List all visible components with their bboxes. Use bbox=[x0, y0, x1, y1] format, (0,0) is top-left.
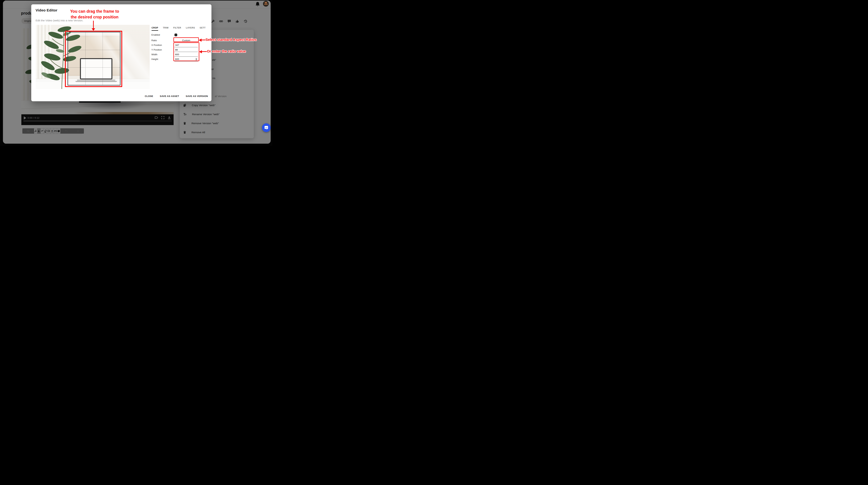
chat-launcher-button[interactable] bbox=[262, 123, 271, 132]
tab-filter[interactable]: FILTER bbox=[173, 27, 181, 31]
annotation-enter-ratio-note: Or enter the ratio value bbox=[207, 49, 246, 53]
save-as-version-button[interactable]: SAVE AS VERSION bbox=[185, 94, 208, 98]
chat-bubble-icon bbox=[264, 125, 269, 130]
annotation-crop-highlight bbox=[65, 31, 122, 87]
modal-actions: CLOSE SAVE AS ASSET SAVE AS VERSION bbox=[145, 94, 208, 98]
editor-tabs: CROP TRIM FILTER LAYERS SETT bbox=[152, 27, 206, 31]
notifications-bell-icon[interactable] bbox=[255, 2, 260, 7]
x-position-input[interactable] bbox=[175, 43, 198, 47]
modal-title: Video Editor bbox=[36, 8, 58, 12]
enabled-label: Enabled bbox=[151, 33, 175, 36]
width-label: Width bbox=[151, 53, 175, 56]
y-position-label: Y Position bbox=[151, 49, 175, 51]
ratio-label: Ratio bbox=[151, 39, 175, 42]
height-label: Height bbox=[151, 58, 175, 60]
tab-trim[interactable]: TRIM bbox=[163, 27, 168, 31]
screen: produc Origina 0:00 / 0:12 bbox=[0, 0, 272, 146]
close-button[interactable]: CLOSE bbox=[145, 94, 154, 98]
width-input[interactable] bbox=[175, 53, 198, 57]
annotation-drag-note: You can drag the frame to the desired cr… bbox=[66, 8, 123, 20]
crop-preview bbox=[36, 25, 150, 89]
user-avatar[interactable] bbox=[263, 1, 269, 7]
tab-layers[interactable]: LAYERS bbox=[186, 27, 195, 31]
save-as-asset-button[interactable]: SAVE AS ASSET bbox=[159, 94, 179, 98]
height-stepper[interactable] bbox=[195, 58, 197, 61]
ratio-select[interactable]: Custom bbox=[175, 38, 198, 42]
annotation-select-ratio-note: Select standard Aspect Ratios bbox=[206, 37, 256, 42]
video-editor-modal: Video Editor You can drag the frame to t… bbox=[31, 4, 212, 101]
annotation-arrow-down bbox=[93, 21, 94, 28]
height-input[interactable] bbox=[175, 57, 198, 61]
tab-settings[interactable]: SETT bbox=[199, 27, 206, 31]
x-position-label: X Position bbox=[151, 44, 175, 47]
tab-crop[interactable]: CROP bbox=[152, 27, 158, 31]
enabled-checkbox[interactable] bbox=[175, 33, 177, 36]
annotation-arrow-down-head bbox=[92, 28, 95, 31]
y-position-input[interactable] bbox=[175, 48, 198, 52]
app-window: produc Origina 0:00 / 0:12 bbox=[3, 1, 271, 144]
